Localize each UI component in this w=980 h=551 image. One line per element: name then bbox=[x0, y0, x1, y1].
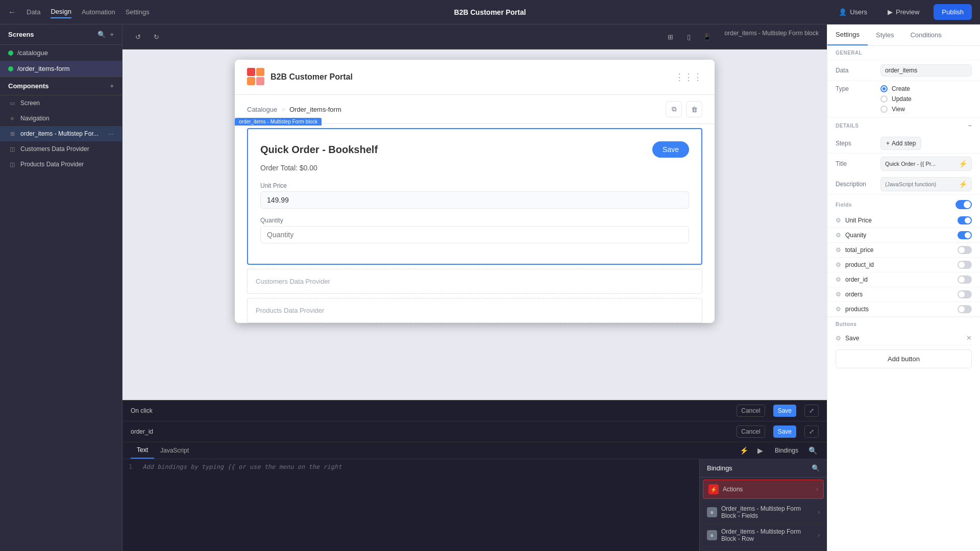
order-total: Order Total: $0.00 bbox=[260, 164, 689, 172]
search-icon[interactable]: 🔍 bbox=[97, 31, 106, 38]
tab-panel-conditions[interactable]: Conditions bbox=[902, 25, 949, 45]
component-screen[interactable]: ▭ Screen bbox=[0, 95, 122, 111]
tab-panel-settings[interactable]: Settings bbox=[827, 24, 868, 45]
buttons-title: Buttons bbox=[836, 321, 972, 327]
delete-button[interactable]: 🗑 bbox=[686, 101, 702, 117]
add-component-icon[interactable]: + bbox=[110, 82, 114, 90]
form-save-button[interactable]: Save bbox=[652, 141, 689, 158]
form-title-row: Quick Order - Bookshelf Save bbox=[260, 141, 689, 158]
binding-form-row[interactable]: ≡ Order_items - Multistep Form Block - R… bbox=[700, 524, 827, 547]
orders-toggle[interactable] bbox=[958, 290, 972, 298]
order-id-expand-button[interactable]: ⤢ bbox=[804, 425, 819, 438]
code-tab-right: ⚡ ▶ Bindings 🔍 bbox=[738, 444, 819, 457]
field-gear-icon-6[interactable]: ⚙ bbox=[836, 291, 841, 298]
back-button[interactable]: ← bbox=[8, 8, 16, 17]
component-dots-menu[interactable]: ··· bbox=[108, 130, 114, 138]
expand-button[interactable]: ⤢ bbox=[804, 405, 819, 417]
on-click-cancel-button[interactable]: Cancel bbox=[737, 405, 765, 417]
copy-button[interactable]: ⧉ bbox=[666, 101, 682, 117]
products-data-provider-block: Products Data Provider bbox=[247, 298, 702, 323]
unit-price-toggle[interactable] bbox=[958, 216, 972, 224]
quantity-input[interactable] bbox=[260, 226, 689, 243]
field-name-products: products bbox=[845, 306, 953, 313]
component-navigation[interactable]: ≡ Navigation bbox=[0, 111, 122, 126]
type-view[interactable]: View bbox=[880, 106, 912, 113]
tab-design[interactable]: Design bbox=[51, 6, 71, 18]
tab-text[interactable]: Text bbox=[131, 442, 154, 459]
binding-form-block[interactable]: ⊞ Order_items - Multistep Form Block › bbox=[700, 547, 827, 551]
tab-settings[interactable]: Settings bbox=[126, 6, 150, 18]
field-gear-icon-5[interactable]: ⚙ bbox=[836, 276, 841, 283]
type-create[interactable]: Create bbox=[880, 85, 912, 92]
screens-icons: 🔍 + bbox=[97, 31, 114, 38]
tab-panel-styles[interactable]: Styles bbox=[868, 25, 902, 45]
form-row-label: Order_items - Multistep Form Block - Row bbox=[721, 528, 814, 542]
save-field-gear-icon[interactable]: ⚙ bbox=[836, 335, 841, 342]
details-collapse[interactable]: − bbox=[968, 122, 972, 130]
tab-javascript[interactable]: JavaScript bbox=[154, 443, 195, 458]
on-click-save-button[interactable]: Save bbox=[773, 405, 796, 417]
product-id-toggle[interactable] bbox=[958, 261, 972, 269]
fields-toggle[interactable] bbox=[955, 200, 972, 209]
field-gear-icon-4[interactable]: ⚙ bbox=[836, 261, 841, 268]
screen-item-order-form[interactable]: /order_items-form bbox=[0, 61, 122, 77]
unit-price-input[interactable] bbox=[260, 191, 689, 209]
update-radio[interactable] bbox=[880, 95, 888, 103]
add-button-button[interactable]: Add button bbox=[836, 349, 972, 368]
topbar: ← Data Design Automation Settings B2B Cu… bbox=[0, 0, 980, 24]
data-select[interactable]: order_items bbox=[880, 64, 972, 77]
desktop-view-button[interactable]: ⊞ bbox=[663, 30, 677, 44]
mobile-view-button[interactable]: 📱 bbox=[700, 30, 714, 44]
save-field-remove[interactable]: ✕ bbox=[966, 334, 972, 342]
screen-item-catalogue[interactable]: /catalogue bbox=[0, 45, 122, 61]
undo-button[interactable]: ↺ bbox=[131, 30, 145, 44]
bindings-search-icon[interactable]: 🔍 bbox=[806, 444, 819, 457]
field-gear-icon-7[interactable]: ⚙ bbox=[836, 306, 841, 313]
preview-button[interactable]: ▶ Preview bbox=[881, 5, 925, 19]
field-gear-icon-3[interactable]: ⚙ bbox=[836, 246, 841, 254]
tab-data[interactable]: Data bbox=[27, 6, 40, 18]
total-price-toggle[interactable] bbox=[958, 246, 972, 254]
publish-button[interactable]: Publish bbox=[934, 4, 972, 20]
play-icon[interactable]: ▶ bbox=[754, 444, 767, 457]
description-lightning[interactable]: ⚡ bbox=[959, 180, 967, 188]
add-step-button[interactable]: + Add step bbox=[880, 137, 921, 150]
tab-automation[interactable]: Automation bbox=[82, 6, 115, 18]
order-id-bar: order_id Cancel Save ⤢ bbox=[122, 421, 827, 442]
title-lightning[interactable]: ⚡ bbox=[959, 160, 967, 168]
view-radio[interactable] bbox=[880, 106, 888, 113]
header-dots-menu[interactable]: ⋮⋮⋮ bbox=[675, 71, 702, 83]
component-products-provider[interactable]: ◫ Products Data Provider bbox=[0, 157, 122, 172]
lightning-icon[interactable]: ⚡ bbox=[738, 444, 750, 457]
bindings-search-button[interactable]: 🔍 bbox=[812, 464, 820, 472]
type-update[interactable]: Update bbox=[880, 95, 912, 103]
order-id-label: order_id bbox=[131, 428, 153, 435]
title-input[interactable]: Quick Order - {{ Pr... ⚡ bbox=[880, 157, 972, 171]
component-customers-label: Customers Data Provider bbox=[20, 145, 114, 153]
breadcrumb-separator: > bbox=[281, 106, 285, 113]
bindings-title: Bindings bbox=[707, 464, 732, 472]
field-gear-icon-2[interactable]: ⚙ bbox=[836, 232, 841, 239]
tablet-view-button[interactable]: ▯ bbox=[681, 30, 696, 44]
screen-name: /catalogue bbox=[17, 49, 48, 57]
quanity-toggle[interactable] bbox=[958, 231, 972, 239]
redo-button[interactable]: ↻ bbox=[149, 30, 163, 44]
breadcrumb-catalogue[interactable]: Catalogue bbox=[247, 106, 277, 113]
screen-name: /order_items-form bbox=[17, 65, 70, 72]
component-multistep-form[interactable]: ⊞ order_items - Multistep For... ··· bbox=[0, 126, 122, 141]
order-id-cancel-button[interactable]: Cancel bbox=[737, 425, 765, 438]
description-input[interactable]: (JavaScript function) ⚡ bbox=[880, 177, 972, 191]
preview-icon: ▶ bbox=[888, 8, 893, 16]
field-gear-icon[interactable]: ⚙ bbox=[836, 217, 841, 224]
app-title: B2B Customer Portal bbox=[454, 8, 526, 16]
binding-form-fields[interactable]: ≡ Order_items - Multistep Form Block - F… bbox=[700, 501, 827, 524]
products-toggle[interactable] bbox=[958, 305, 972, 313]
logo-icon bbox=[247, 68, 265, 86]
component-customers-provider[interactable]: ◫ Customers Data Provider bbox=[0, 141, 122, 157]
binding-actions[interactable]: ⚡ Actions › bbox=[703, 480, 824, 499]
order-id-save-button[interactable]: Save bbox=[773, 425, 796, 438]
order-id-toggle[interactable] bbox=[958, 276, 972, 284]
create-radio[interactable] bbox=[880, 85, 888, 92]
users-button[interactable]: 👤 Users bbox=[832, 5, 873, 19]
add-screen-icon[interactable]: + bbox=[110, 31, 114, 38]
